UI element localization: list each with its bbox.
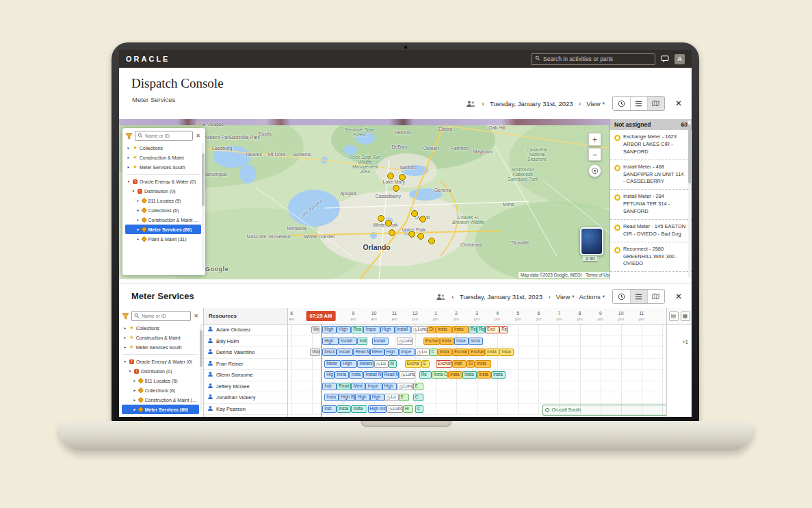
activity-bar[interactable]: Exchar bbox=[452, 348, 469, 356]
activity-bar[interactable]: Install bbox=[395, 326, 411, 333]
sidebar-tree-item[interactable]: ▸811 Locates (5) bbox=[125, 196, 201, 205]
sidebar-tree-item[interactable]: ▸Construction & Maint (10) bbox=[122, 395, 199, 405]
activity-bar[interactable]: High bbox=[370, 394, 384, 401]
global-search-input[interactable]: Search in activities or parts bbox=[531, 53, 655, 65]
activity-bar[interactable]: Insta bbox=[485, 348, 499, 356]
sidebar-favorite-item[interactable]: ▸★Meter Services South bbox=[125, 162, 201, 172]
activity-bar[interactable]: Insta bbox=[469, 338, 483, 345]
team-icon[interactable] bbox=[436, 293, 446, 301]
avatar[interactable]: A bbox=[675, 54, 685, 64]
chat-icon[interactable] bbox=[661, 55, 669, 63]
activity-marker[interactable] bbox=[393, 185, 400, 192]
resource-row[interactable]: Billy Holm bbox=[204, 336, 287, 348]
activity-bar[interactable]: High B bbox=[339, 394, 355, 401]
gantt-row[interactable]: InstReadMeteInspeHigh◷LunchE bbox=[288, 381, 666, 393]
resource-row[interactable]: Fran Reiner bbox=[204, 359, 287, 370]
activity-bar[interactable]: Inspe bbox=[399, 348, 415, 356]
gantt-row[interactable]: WareDiscsInstallRead MMeterHighInspe◷LuC… bbox=[288, 347, 666, 359]
activity-marker[interactable] bbox=[428, 238, 435, 244]
not-assigned-scrollbar[interactable] bbox=[688, 120, 691, 278]
activity-bar[interactable]: M bbox=[389, 360, 397, 368]
sidebar-favorite-item[interactable]: ▸★Collections bbox=[125, 143, 201, 153]
activity-bar[interactable]: Install bbox=[372, 338, 389, 345]
activity-bar[interactable]: Insta bbox=[337, 405, 351, 413]
activity-bar[interactable]: Exchar bbox=[436, 360, 452, 368]
activity-bar[interactable]: Insta bbox=[349, 371, 363, 379]
resource-row[interactable]: Glenn Sansome bbox=[204, 370, 287, 381]
activity-bar[interactable]: C bbox=[413, 394, 423, 401]
activity-bar[interactable]: ◷Lunch bbox=[397, 383, 413, 390]
close-icon[interactable]: ✕ bbox=[675, 99, 682, 108]
activity-bar[interactable]: Rea bbox=[351, 326, 363, 333]
activity-bar[interactable]: Insta bbox=[477, 371, 491, 379]
resource-row[interactable]: Jonathan Vickery bbox=[204, 392, 287, 404]
not-assigned-activity[interactable]: Install Meter - 468 SANDPIPER LN UNIT 11… bbox=[610, 160, 692, 190]
org-search-input[interactable]: Name or ID bbox=[135, 131, 193, 141]
my-location-button[interactable] bbox=[588, 164, 601, 177]
activity-bar[interactable]: ◷Lunch bbox=[397, 338, 413, 345]
resource-row[interactable]: Kay Pearson bbox=[204, 404, 287, 416]
sidebar-tree-item[interactable]: ▸Plant & Maint (31) bbox=[122, 414, 199, 417]
prev-day-button[interactable]: ‹ bbox=[451, 293, 455, 301]
activity-marker[interactable] bbox=[417, 233, 424, 240]
sidebar-favorite-item[interactable]: ▸★Meter Services South bbox=[122, 342, 199, 352]
activity-bar[interactable]: Insta bbox=[454, 338, 469, 345]
activity-bar[interactable]: High bbox=[341, 360, 357, 368]
activity-bar[interactable]: Read bbox=[337, 383, 351, 390]
oncall-shift-bar[interactable]: On-call South bbox=[542, 405, 666, 416]
activity-bar[interactable]: Insta bbox=[462, 371, 477, 379]
next-day-button[interactable]: › bbox=[547, 293, 551, 301]
activity-bar[interactable]: Inspe bbox=[363, 326, 380, 333]
activity-bar[interactable]: Install N bbox=[363, 371, 382, 379]
activity-bar[interactable]: Hig bbox=[324, 371, 335, 379]
sidebar-scrollbar[interactable] bbox=[202, 143, 205, 270]
activity-bar[interactable]: Read N bbox=[382, 371, 399, 379]
activity-bar[interactable]: Hi bbox=[403, 405, 413, 413]
activity-bar[interactable]: C bbox=[430, 348, 438, 356]
not-assigned-activity[interactable]: Read Meter - 145 EASTON CIR - OVIEDO - B… bbox=[610, 220, 692, 242]
sidebar-tree-item[interactable]: ▾!Oracle Energy & Water (0) bbox=[125, 177, 201, 186]
view-menu-button[interactable]: View▾ bbox=[556, 293, 575, 301]
sidebar-favorite-item[interactable]: ▸★Construction & Maint bbox=[122, 333, 199, 342]
sidebar-tree-item[interactable]: ▸Construction & Maint (10) bbox=[125, 215, 201, 225]
activity-bar[interactable]: High bbox=[380, 326, 395, 333]
calendar-view-icon[interactable]: ▦ bbox=[681, 312, 690, 321]
not-assigned-activity[interactable]: Exchange Meter - 1623 ARBOR LAKES CIR - … bbox=[610, 130, 692, 160]
activity-bar[interactable]: Insta bbox=[452, 326, 469, 333]
activity-bar[interactable]: C bbox=[415, 405, 423, 413]
map-view-button[interactable] bbox=[647, 97, 664, 110]
activity-bar[interactable]: ◷Lunch bbox=[411, 326, 428, 333]
team-icon[interactable] bbox=[466, 100, 476, 107]
not-assigned-activity[interactable]: Reconnect - 2580 GREENHILL WAY 300 - OVI… bbox=[610, 242, 692, 272]
view-menu-button[interactable]: View▾ bbox=[586, 100, 605, 107]
map-view-button[interactable] bbox=[647, 290, 664, 303]
activity-bar[interactable]: Ware bbox=[310, 348, 320, 356]
sidebar-favorite-item[interactable]: ▸★Collections bbox=[122, 323, 199, 333]
activity-bar[interactable]: Re bbox=[477, 326, 485, 333]
prev-day-button[interactable]: ‹ bbox=[481, 100, 485, 107]
activity-bar[interactable]: High bbox=[384, 348, 399, 356]
activity-bar[interactable]: Inst bbox=[322, 383, 337, 390]
activity-bar[interactable]: ◷Lunch bbox=[387, 405, 403, 413]
zoom-out-button[interactable]: − bbox=[588, 148, 601, 161]
activity-marker[interactable] bbox=[411, 210, 418, 217]
activity-bar[interactable]: High Install bbox=[368, 405, 387, 413]
activity-bar[interactable]: Mete bbox=[351, 383, 365, 390]
sidebar-tree-item[interactable]: ▸Meter Services (60) bbox=[122, 405, 199, 414]
activity-bar[interactable]: Insta bbox=[438, 348, 452, 356]
terms-of-use-link[interactable]: Terms of Use bbox=[586, 272, 611, 277]
filter-icon[interactable] bbox=[122, 313, 129, 320]
map-canvas[interactable]: The VillagesFruitland ParkLeesburgBassvi… bbox=[119, 119, 692, 279]
activity-bar[interactable]: E bbox=[413, 383, 423, 390]
activity-bar[interactable]: Insta bbox=[448, 371, 462, 379]
activity-marker[interactable] bbox=[389, 229, 395, 236]
sidebar-tree-item[interactable]: ▸Collections (6) bbox=[125, 205, 201, 215]
activity-bar[interactable]: ◷Lunch bbox=[399, 371, 415, 379]
activity-bar[interactable]: Install bbox=[339, 338, 357, 345]
activity-bar[interactable]: Read M bbox=[353, 348, 369, 356]
next-day-button[interactable]: › bbox=[578, 100, 582, 107]
activity-bar[interactable]: Excha bbox=[405, 360, 421, 368]
sidebar-favorite-item[interactable]: ▸★Construction & Maint bbox=[125, 153, 201, 162]
activity-bar[interactable]: Meter bbox=[370, 348, 384, 356]
activity-bar[interactable]: Insta bbox=[357, 338, 367, 345]
